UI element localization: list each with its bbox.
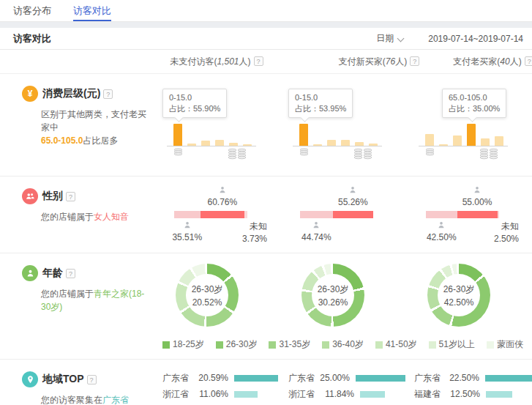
people-icon [22, 188, 38, 204]
legend-label: 31-35岁 [279, 338, 310, 351]
legend-item[interactable]: 51岁以上 [429, 338, 475, 351]
section-title: 年龄 [42, 267, 63, 280]
mini-bar[interactable] [299, 124, 308, 146]
help-icon[interactable]: ? [525, 56, 532, 66]
consume-bar-chart[interactable]: 65.0-105.0占比：35.00% [405, 74, 532, 176]
column-header-returning-buyers: 支付老买家(40人)? [430, 56, 532, 68]
legend-swatch [216, 341, 223, 349]
legend-swatch [487, 341, 494, 349]
consume-bar-chart[interactable]: 0-15.0占比：55.90% [154, 74, 280, 176]
coin-small-icon [173, 148, 184, 158]
legend-item[interactable]: 18-25岁 [162, 338, 204, 351]
region-row [405, 402, 532, 405]
section-title: 消费层级(元) [42, 87, 100, 100]
legend-swatch [322, 341, 329, 349]
panel-header: 访客对比 日期 2019-07-14~2019-07-14 [0, 28, 532, 50]
section-title: 地域TOP [42, 373, 84, 386]
male-stat: 44.74% [287, 220, 345, 242]
region-bar [234, 391, 258, 398]
mini-bar[interactable] [425, 134, 434, 146]
mini-bar[interactable] [453, 135, 462, 146]
help-icon[interactable]: ? [410, 56, 419, 66]
tab-visitor-distribution[interactable]: 访客分布 [13, 0, 51, 21]
coins-stack-icon [353, 148, 373, 162]
region-list: 广东省20.59% 浙江省11.06% [154, 360, 280, 405]
legend-label: 36-40岁 [332, 338, 364, 351]
mini-bar[interactable] [173, 124, 182, 146]
section-desc: 区别于其他两类，支付老买家中 65.0-105.0占比居多 [41, 108, 154, 147]
gender-chart[interactable]: 60.76% 35.51% 未知 3.73% [154, 177, 280, 253]
legend-swatch [429, 341, 436, 349]
female-stat: 60.76% [193, 185, 252, 207]
region-bar [234, 375, 278, 382]
mini-bar[interactable] [215, 140, 224, 146]
person-icon [22, 265, 38, 281]
legend-item[interactable]: 31-35岁 [269, 338, 310, 351]
chevron-down-icon [397, 35, 405, 42]
legend-item[interactable]: 36-40岁 [322, 338, 364, 351]
unknown-stat: 未知 3.73% [223, 220, 267, 245]
legend-swatch [269, 341, 276, 349]
female-stat: 55.26% [323, 185, 382, 207]
help-icon[interactable]: ? [87, 375, 97, 384]
help-icon[interactable]: ? [103, 89, 113, 99]
region-bar [360, 391, 385, 398]
legend-swatch [375, 341, 383, 349]
region-bar [485, 375, 532, 382]
region-list: 广东省25.00% 浙江省11.84% [280, 360, 405, 405]
legend-item[interactable]: 26-30岁 [216, 338, 258, 351]
chart-tooltip: 65.0-105.0占比：35.00% [442, 89, 506, 118]
region-row: 广东省20.59% [154, 370, 280, 386]
gender-chart[interactable]: 55.26% 44.74% 未知 [280, 177, 405, 253]
unknown-segment [244, 211, 247, 218]
legend-swatch [162, 341, 170, 349]
column-header-new-buyers: 支付新买家(76人)? [316, 56, 442, 68]
coin-small-icon [299, 148, 310, 158]
mini-bar[interactable] [201, 141, 210, 146]
mini-bar-series [299, 122, 378, 146]
region-bar [486, 391, 512, 398]
region-row [154, 402, 280, 405]
region-bar [356, 375, 405, 382]
age-donut-chart[interactable]: 26-30岁 20.52% [176, 264, 239, 327]
mini-bar-series [173, 122, 252, 146]
mini-bar[interactable] [327, 140, 336, 146]
region-row: 广东省22.50% [405, 370, 532, 386]
gender-bar [174, 211, 247, 218]
section-region-top: 地域TOP ? 您的访客聚集在广东省 广东省20.59% 浙江省11.06% 广… [0, 360, 532, 405]
male-segment [300, 211, 333, 218]
location-pin-icon [22, 371, 38, 387]
mini-bar[interactable] [341, 140, 350, 146]
section-consumption-level: ¥ 消费层级(元) ? 区别于其他两类，支付老买家中 65.0-105.0占比居… [0, 74, 532, 177]
date-dropdown-label: 日期 [376, 33, 394, 43]
gender-bar [300, 211, 373, 218]
section-desc: 您的店铺属于女人知音 [41, 210, 154, 223]
age-donut-chart[interactable]: 26-30岁 30.26% [301, 264, 364, 327]
date-dropdown[interactable]: 日期 [376, 32, 403, 45]
help-icon[interactable]: ? [254, 56, 263, 66]
section-desc: 您的访客聚集在广东省 [41, 393, 154, 405]
legend-label: 51岁以上 [439, 338, 475, 351]
legend-item[interactable]: 蒙面侠 [487, 338, 523, 351]
region-row: 广东省25.00% [280, 370, 405, 386]
female-segment [333, 211, 373, 218]
mini-bar[interactable] [467, 124, 476, 146]
x-axis-line [167, 146, 256, 146]
legend-label: 41-50岁 [386, 338, 417, 351]
female-segment [457, 211, 498, 218]
age-donut-chart[interactable]: 26-30岁 42.50% [427, 264, 490, 327]
section-gender: 性别 ? 您的店铺属于女人知音 60.76% 35.51% 未知 3.73% 5… [0, 177, 532, 253]
gender-chart[interactable]: 55.00% 42.50% 未知 2.50% [405, 177, 532, 253]
mini-bar[interactable] [481, 138, 490, 146]
help-icon[interactable]: ? [66, 192, 75, 201]
legend-item[interactable]: 41-50岁 [375, 338, 417, 351]
consume-bar-chart[interactable]: 0-15.0占比：53.95% [280, 74, 405, 176]
gender-bar [426, 211, 499, 218]
coin-small-icon [424, 148, 435, 158]
tab-visitor-comparison[interactable]: 访客对比 [73, 0, 111, 21]
help-icon[interactable]: ? [66, 269, 75, 278]
date-range-value[interactable]: 2019-07-14~2019-07-14 [428, 34, 523, 44]
section-desc: 您的店铺属于青年之家(18-30岁) [41, 287, 154, 313]
mini-bar[interactable] [495, 136, 503, 146]
panel-title: 访客对比 [13, 32, 51, 45]
